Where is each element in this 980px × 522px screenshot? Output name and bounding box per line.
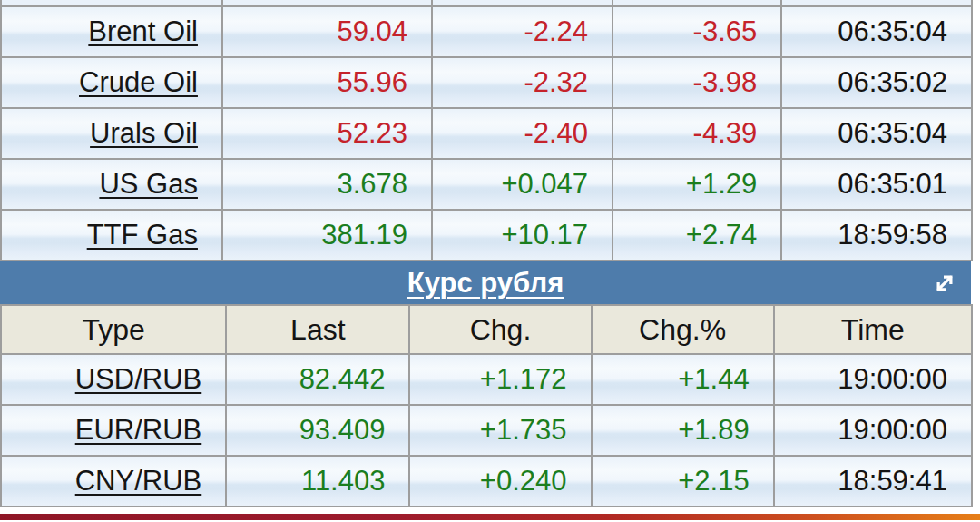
time-cell: 06:35:02 <box>782 58 973 109</box>
pair-cell: EUR/RUB <box>2 406 227 457</box>
instrument-cell: Brent Oil <box>2 7 223 58</box>
time-cell: 06:35:04 <box>782 109 973 160</box>
pair-link[interactable]: EUR/RUB <box>75 414 202 447</box>
time-cell: 18:59:58 <box>782 211 973 261</box>
change-cell: +1.735 <box>410 406 592 457</box>
instrument-link[interactable]: Urals Oil <box>90 117 198 150</box>
ruble-section-title-link[interactable]: Курс рубля <box>407 267 564 300</box>
column-header-last: Last <box>227 304 410 355</box>
ruble-section-header: Курс рубля <box>0 261 971 304</box>
table-row-brent-oil: Brent Oil 59.04 -2.24 -3.65 06:35:04 <box>2 7 973 58</box>
time-cell: 06:35:04 <box>782 7 973 58</box>
column-header-chg: Chg. <box>410 304 592 355</box>
change-cell: +0.047 <box>433 160 613 211</box>
table-row-us-gas: US Gas 3.678 +0.047 +1.29 06:35:01 <box>2 160 973 211</box>
last-price-cell: 3.678 <box>223 160 433 211</box>
table-row-cny-rub: CNY/RUB 11.403 +0.240 +2.15 18:59:41 <box>2 457 973 507</box>
instrument-link[interactable]: Brent Oil <box>88 15 198 48</box>
ruble-table-header-row: Type Last Chg. Chg.% Time <box>2 304 973 355</box>
time-cell: 19:00:00 <box>775 406 973 457</box>
change-percent-cell: -4.39 <box>613 109 782 160</box>
time-cell: 06:35:01 <box>782 160 973 211</box>
change-percent-cell: +1.89 <box>593 406 775 457</box>
last-price-cell: 59.04 <box>223 7 433 58</box>
change-cell: +0.240 <box>410 457 592 507</box>
commodities-table: Brent Oil 59.04 -2.24 -3.65 06:35:04 Cru… <box>0 0 973 261</box>
ruble-table: Type Last Chg. Chg.% Time USD/RUB 82.442… <box>0 304 973 507</box>
instrument-cell: Urals Oil <box>2 109 223 160</box>
divider-gap <box>0 507 980 514</box>
instrument-link[interactable]: TTF Gas <box>87 219 198 251</box>
change-cell: -2.24 <box>433 7 613 58</box>
column-header-chg-pct: Chg.% <box>593 304 775 355</box>
pair-link[interactable]: CNY/RUB <box>75 465 202 497</box>
change-percent-cell: +1.29 <box>613 160 782 211</box>
column-header-time: Time <box>775 304 973 355</box>
instrument-link[interactable]: US Gas <box>99 168 198 201</box>
instrument-link[interactable]: Crude Oil <box>79 66 198 99</box>
table-row-eur-rub: EUR/RUB 93.409 +1.735 +1.89 19:00:00 <box>2 406 973 457</box>
pair-cell: USD/RUB <box>2 355 227 406</box>
change-percent-cell: +1.44 <box>593 355 775 406</box>
pair-link[interactable]: USD/RUB <box>75 363 202 396</box>
table-row-urals-oil: Urals Oil 52.23 -2.40 -4.39 06:35:04 <box>2 109 973 160</box>
last-price-cell: 82.442 <box>227 355 410 406</box>
clipped-cell <box>2 0 223 7</box>
time-cell: 18:59:41 <box>775 457 973 507</box>
last-price-cell: 52.23 <box>223 109 433 160</box>
instrument-cell: US Gas <box>2 160 223 211</box>
bottom-accent-bar <box>0 514 980 520</box>
last-price-cell: 381.19 <box>223 211 433 261</box>
instrument-cell: Crude Oil <box>2 58 223 109</box>
change-percent-cell: -3.65 <box>613 7 782 58</box>
clipped-cell <box>223 0 433 7</box>
change-cell: +10.17 <box>433 211 613 261</box>
table-row-ttf-gas: TTF Gas 381.19 +10.17 +2.74 18:59:58 <box>2 211 973 261</box>
clipped-cell <box>613 0 782 7</box>
time-cell: 19:00:00 <box>775 355 973 406</box>
pair-cell: CNY/RUB <box>2 457 227 507</box>
change-cell: +1.172 <box>410 355 592 406</box>
change-percent-cell: +2.74 <box>613 211 782 261</box>
change-cell: -2.40 <box>433 109 613 160</box>
instrument-cell: TTF Gas <box>2 211 223 261</box>
clipped-cell <box>433 0 613 7</box>
change-cell: -2.32 <box>433 58 613 109</box>
change-percent-cell: +2.15 <box>593 457 775 507</box>
last-price-cell: 55.96 <box>223 58 433 109</box>
expand-arrows-icon[interactable] <box>931 270 958 297</box>
column-header-type: Type <box>2 304 227 355</box>
clipped-cell <box>782 0 973 7</box>
table-row-clipped <box>2 0 973 7</box>
table-row-crude-oil: Crude Oil 55.96 -2.32 -3.98 06:35:02 <box>2 58 973 109</box>
table-row-usd-rub: USD/RUB 82.442 +1.172 +1.44 19:00:00 <box>2 355 973 406</box>
last-price-cell: 11.403 <box>227 457 410 507</box>
last-price-cell: 93.409 <box>227 406 410 457</box>
change-percent-cell: -3.98 <box>613 58 782 109</box>
quotes-screen: Brent Oil 59.04 -2.24 -3.65 06:35:04 Cru… <box>0 0 980 522</box>
